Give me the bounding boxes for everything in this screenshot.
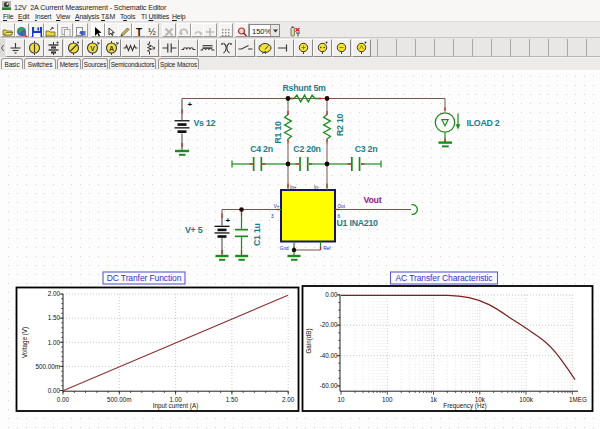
svg-text:0.00: 0.00 — [48, 387, 61, 394]
svg-text:100k: 100k — [519, 396, 534, 403]
svg-text:1.00: 1.00 — [48, 339, 61, 346]
svg-text:Ref: Ref — [324, 246, 332, 251]
svg-text:Vs 12: Vs 12 — [194, 118, 216, 128]
svg-text:Out: Out — [338, 204, 346, 209]
svg-text:100: 100 — [382, 396, 393, 403]
svg-text:+: + — [188, 100, 193, 109]
svg-text:Voltage (V): Voltage (V) — [21, 327, 29, 358]
svg-text:Input current (A): Input current (A) — [153, 402, 199, 410]
svg-text:1k: 1k — [430, 396, 438, 403]
svg-text:AC Transfer Characteristic: AC Transfer Characteristic — [395, 273, 493, 283]
svg-text:3: 3 — [271, 214, 274, 219]
svg-text:Rshunt 5m: Rshunt 5m — [282, 83, 326, 93]
svg-text:V+: V+ — [274, 204, 280, 209]
svg-text:Gain(dB): Gain(dB) — [305, 328, 313, 353]
svg-text:Vout: Vout — [364, 195, 382, 205]
svg-text:C2 20n: C2 20n — [293, 144, 320, 154]
svg-text:+: + — [226, 216, 231, 225]
svg-text:Gnd: Gnd — [280, 246, 289, 251]
svg-text:-60.00: -60.00 — [320, 382, 338, 389]
svg-text:In-: In- — [314, 185, 320, 190]
svg-text:2.00: 2.00 — [48, 290, 61, 297]
svg-text:V+ 5: V+ 5 — [185, 225, 203, 235]
svg-text:1MEG: 1MEG — [569, 396, 587, 403]
svg-text:R1 10: R1 10 — [273, 121, 283, 144]
svg-text:6: 6 — [338, 214, 341, 219]
svg-text:1.50: 1.50 — [226, 396, 239, 403]
svg-text:2.00: 2.00 — [282, 396, 295, 403]
svg-text:ILOAD 2: ILOAD 2 — [467, 118, 500, 128]
svg-text:0.00: 0.00 — [57, 396, 70, 403]
svg-text:500.00m: 500.00m — [107, 396, 132, 403]
svg-text:C1 1u: C1 1u — [252, 223, 262, 246]
svg-text:1.50: 1.50 — [48, 314, 61, 321]
svg-text:Frequency (Hz): Frequency (Hz) — [443, 402, 486, 410]
svg-text:In+: In+ — [290, 185, 297, 190]
svg-text:-20.00: -20.00 — [320, 321, 338, 328]
svg-text:0.00: 0.00 — [325, 291, 338, 298]
svg-text:C3 2n: C3 2n — [355, 144, 378, 154]
svg-text:C4 2n: C4 2n — [250, 144, 273, 154]
svg-text:U1 INA210: U1 INA210 — [337, 218, 379, 228]
svg-text:500.00m: 500.00m — [35, 363, 60, 370]
svg-text:10: 10 — [337, 396, 345, 403]
svg-text:-40.00: -40.00 — [320, 352, 338, 359]
svg-text:DC Tranfer Function: DC Tranfer Function — [107, 273, 182, 283]
svg-text:R2 10: R2 10 — [335, 113, 345, 136]
